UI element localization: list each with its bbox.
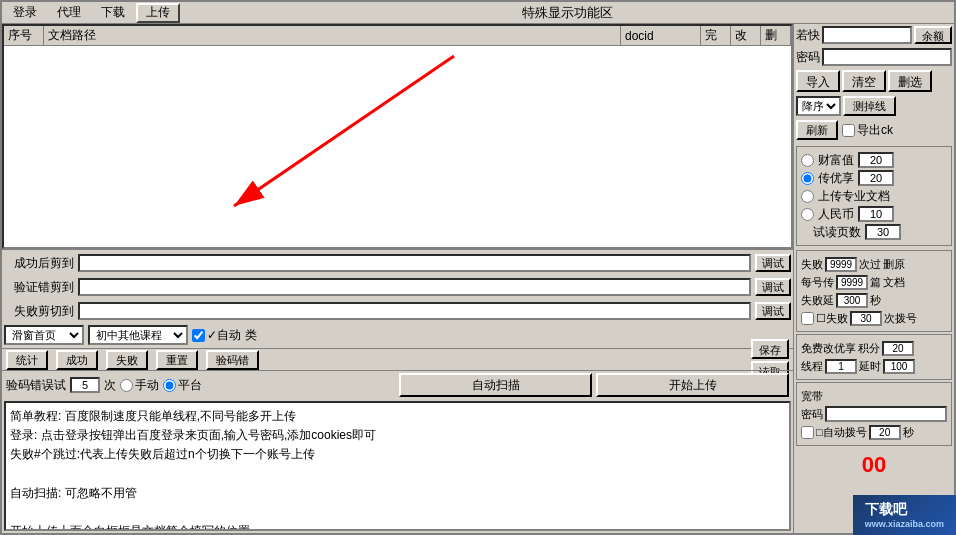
rmb-value[interactable] — [858, 206, 894, 222]
fail-dial-input[interactable] — [850, 311, 882, 326]
delay-input[interactable] — [883, 359, 915, 374]
watermark-sub: www.xiazaiba.com — [865, 519, 944, 529]
fail-delay-input[interactable] — [836, 293, 868, 308]
manual-label: 手动 — [135, 377, 159, 394]
doc-label: 篇 — [870, 275, 881, 290]
fail-btn[interactable]: 失败 — [106, 350, 148, 370]
import-btn[interactable]: 导入 — [796, 70, 840, 92]
controls-row2: 验码错误试 次 手动 平台 自动扫描 开始上传 — [2, 370, 793, 399]
order-select[interactable]: 降序 升序 — [796, 96, 841, 116]
tune-btn-verify[interactable]: 调试 — [755, 278, 791, 296]
manual-radio-label[interactable]: 手动 — [120, 377, 159, 394]
success-input[interactable] — [78, 254, 751, 272]
category-select1[interactable]: 滑窗首页 — [4, 325, 84, 345]
verify-label: 验证错剪到 — [4, 279, 74, 296]
delay-label: 延时 — [859, 359, 881, 374]
fail-count-label: 失败 — [801, 257, 823, 272]
auto-label: ✓自动 — [207, 327, 241, 344]
slider-row: 滑窗首页 初中其他课程 ✓自动 类 — [4, 324, 791, 346]
refresh-btn[interactable]: 刷新 — [796, 120, 838, 140]
stat-btn[interactable]: 统计 — [6, 350, 48, 370]
platform-radio[interactable] — [163, 379, 176, 392]
start-upload-btn[interactable]: 开始上传 — [596, 373, 789, 397]
auto-scan-btn[interactable]: 自动扫描 — [399, 373, 592, 397]
platform-radio-label[interactable]: 平台 — [163, 377, 202, 394]
info-line-4: 自动扫描: 可忽略不用管 — [10, 484, 785, 503]
export-checkbox[interactable] — [842, 124, 855, 137]
right-panel: 若快 余额 密码 导入 清空 删选 降序 升序 测掉线 — [794, 24, 954, 533]
manual-radio[interactable] — [120, 379, 133, 392]
fail-count-input[interactable] — [825, 257, 857, 272]
auto-dial-checkbox[interactable] — [801, 426, 814, 439]
menu-proxy[interactable]: 代理 — [48, 3, 90, 23]
info-line-3: 失败#个跳过:代表上传失败后超过n个切换下一个账号上传 — [10, 445, 785, 464]
thread-row: 线程 延时 — [801, 357, 947, 375]
col-path: 文档路径 — [44, 26, 621, 45]
verify-retry-input[interactable] — [70, 377, 100, 393]
bottom-number: 00 — [796, 452, 952, 478]
radio-priority-label: 传优享 — [818, 170, 854, 187]
special-zone-title: 特殊显示功能区 — [182, 4, 952, 22]
export-checkbox-label[interactable]: 导出ck — [842, 122, 893, 139]
verify-err-btn[interactable]: 验码错 — [206, 350, 259, 370]
radio-trial: 试读页数 — [801, 223, 947, 241]
tune-btn-success[interactable]: 调试 — [755, 254, 791, 272]
radio-section: 财富值 传优享 上传专业文档 人民币 试读页 — [796, 146, 952, 246]
info-text-area: 简单教程: 百度限制速度只能单线程,不同号能多开上传 登录: 点击登录按钮弹出百… — [4, 401, 791, 531]
retry-btn[interactable]: 重置 — [156, 350, 198, 370]
fail-checkbox[interactable] — [801, 312, 814, 325]
radio-rmb-input[interactable] — [801, 208, 814, 221]
password-input[interactable] — [822, 48, 952, 66]
radio-wealth-input[interactable] — [801, 154, 814, 167]
bw-sec-label: 秒 — [903, 425, 914, 440]
bw-password-input[interactable] — [825, 406, 947, 422]
score-input[interactable] — [882, 341, 914, 356]
free-section: 免费改优享 积分 线程 延时 — [796, 334, 952, 380]
delete-btn[interactable]: 删选 — [888, 70, 932, 92]
fail-input[interactable] — [78, 302, 751, 320]
table-header: 序号 文档路径 docid 完 改 删 — [4, 26, 791, 46]
platform-label: 平台 — [178, 377, 202, 394]
auto-dial-text: □自动拨号 — [816, 425, 867, 440]
col-del: 删 — [761, 26, 791, 45]
wealth-value[interactable] — [858, 152, 894, 168]
auto-checkbox-label[interactable]: ✓自动 — [192, 327, 241, 344]
success-btn[interactable]: 成功 — [56, 350, 98, 370]
radio-pro-input[interactable] — [801, 190, 814, 203]
col-mod: 改 — [731, 26, 761, 45]
free-improve-label: 免费改优享 — [801, 341, 856, 356]
info-line-1: 简单教程: 百度限制速度只能单线程,不同号能多开上传 — [10, 407, 785, 426]
success-label: 成功后剪到 — [4, 255, 74, 272]
fail-checkbox-label[interactable]: ☐失败 — [801, 311, 848, 326]
auto-dial-label[interactable]: □自动拨号 — [801, 425, 867, 440]
clear-btn[interactable]: 清空 — [842, 70, 886, 92]
menu-upload[interactable]: 上传 — [136, 3, 180, 23]
auto-checkbox[interactable] — [192, 329, 205, 342]
stats-row: 统计 成功 失败 重置 验码错 保存 读取 — [2, 348, 793, 370]
bandwidth-section: 宽带 密码 □自动拨号 秒 — [796, 382, 952, 446]
balance-label: 若快 — [796, 27, 820, 44]
save-btn[interactable]: 保存 — [751, 339, 789, 359]
verify-input[interactable] — [78, 278, 751, 296]
tune-btn-fail[interactable]: 调试 — [755, 302, 791, 320]
menubar: 登录 代理 下载 上传 特殊显示功能区 — [2, 2, 954, 24]
svg-line-1 — [234, 56, 454, 206]
radio-pro-label: 上传专业文档 — [818, 188, 890, 205]
auto-dial-input[interactable] — [869, 425, 901, 440]
per-count-input[interactable] — [836, 275, 868, 290]
radio-wealth-label: 财富值 — [818, 152, 854, 169]
thread-input[interactable] — [825, 359, 857, 374]
balance-btn[interactable]: 余额 — [914, 26, 952, 44]
dial-label: 次拨号 — [884, 311, 917, 326]
del-label: 删原 — [883, 257, 905, 272]
balance-input[interactable] — [822, 26, 912, 44]
info-line-5: 开始上传上面全白框框是文档简介填写的位置 — [10, 522, 785, 531]
radio-priority: 传优享 — [801, 169, 947, 187]
menu-login[interactable]: 登录 — [4, 3, 46, 23]
priority-value[interactable] — [858, 170, 894, 186]
menu-download[interactable]: 下载 — [92, 3, 134, 23]
category-select2[interactable]: 初中其他课程 — [88, 325, 188, 345]
radio-priority-input[interactable] — [801, 172, 814, 185]
trial-value[interactable] — [865, 224, 901, 240]
detect-btn[interactable]: 测掉线 — [843, 96, 896, 116]
